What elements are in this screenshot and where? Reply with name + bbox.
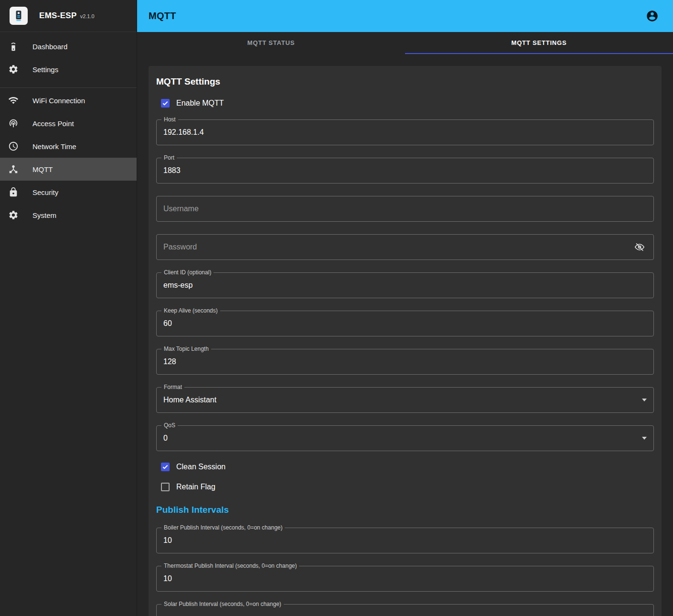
lock-icon bbox=[8, 186, 19, 198]
sidebar-item-security[interactable]: Security bbox=[0, 181, 137, 204]
sidebar-item-network-time[interactable]: Network Time bbox=[0, 135, 137, 158]
sidebar-item-label: MQTT bbox=[32, 165, 53, 173]
checkbox-label: Enable MQTT bbox=[176, 99, 224, 108]
sidebar-item-label: Settings bbox=[32, 65, 58, 74]
field-label: Thermostat Publish Interval (seconds, 0=… bbox=[161, 562, 299, 569]
field-label: Host bbox=[161, 116, 178, 123]
password-field[interactable]: Password bbox=[156, 234, 654, 260]
sidebar: EMS-ESP v2.1.0 Dashboard bbox=[0, 0, 137, 616]
sidebar-item-label: Network Time bbox=[32, 142, 76, 151]
field-label: Max Topic Length bbox=[161, 346, 211, 352]
tab-mqtt-status[interactable]: MQTT STATUS bbox=[137, 32, 405, 54]
field-label: Port bbox=[161, 154, 177, 161]
field-value: ems-esp bbox=[163, 281, 192, 290]
field-value: 10 bbox=[163, 536, 172, 545]
field-value: 60 bbox=[163, 319, 172, 328]
mqtt-settings-card: MQTT Settings Enable MQTT Host 192.168.1… bbox=[149, 66, 662, 616]
app-root: EMS-ESP v2.1.0 Dashboard bbox=[0, 0, 673, 616]
sidebar-header: EMS-ESP v2.1.0 bbox=[0, 0, 137, 32]
field-label: Keep Alive (seconds) bbox=[161, 307, 220, 314]
sidebar-item-dashboard[interactable]: Dashboard bbox=[0, 35, 137, 58]
content-area: MQTT Settings Enable MQTT Host 192.168.1… bbox=[137, 54, 673, 616]
checkbox-label: Clean Session bbox=[176, 463, 225, 471]
chevron-down-icon bbox=[642, 437, 647, 440]
sidebar-item-label: System bbox=[32, 211, 56, 219]
access-point-icon bbox=[8, 118, 19, 129]
thermostat-publish-interval-field[interactable]: Thermostat Publish Interval (seconds, 0=… bbox=[156, 566, 654, 592]
field-label: Format bbox=[161, 384, 184, 390]
sidebar-item-label: Access Point bbox=[32, 119, 74, 128]
client-id-field[interactable]: Client ID (optional) ems-esp bbox=[156, 272, 654, 298]
sidebar-item-label: WiFi Connection bbox=[32, 97, 85, 105]
clean-session-checkbox[interactable]: Clean Session bbox=[156, 457, 654, 477]
sidebar-item-label: Dashboard bbox=[32, 43, 67, 51]
sidebar-item-mqtt[interactable]: MQTT bbox=[0, 158, 137, 181]
field-value: 1883 bbox=[163, 166, 181, 175]
tab-mqtt-settings[interactable]: MQTT SETTINGS bbox=[405, 32, 673, 54]
publish-intervals-heading: Publish Intervals bbox=[156, 505, 654, 515]
keep-alive-field[interactable]: Keep Alive (seconds) 60 bbox=[156, 311, 654, 336]
checkbox-label: Retain Flag bbox=[176, 483, 215, 491]
dashboard-icon bbox=[8, 41, 19, 52]
field-value: Home Assistant bbox=[163, 396, 216, 404]
sidebar-item-settings[interactable]: Settings bbox=[0, 58, 137, 81]
sidebar-item-access-point[interactable]: Access Point bbox=[0, 112, 137, 135]
device-hub-icon bbox=[8, 163, 19, 175]
settings-gear-icon bbox=[8, 64, 19, 75]
ems-esp-logo bbox=[10, 7, 28, 25]
brand-name: EMS-ESP bbox=[39, 11, 77, 21]
field-value: 0 bbox=[163, 434, 168, 443]
field-placeholder: Username bbox=[163, 205, 199, 213]
system-gear-icon bbox=[8, 209, 19, 221]
retain-flag-checkbox[interactable]: Retain Flag bbox=[156, 477, 654, 497]
page-title: MQTT bbox=[149, 11, 176, 22]
qos-select[interactable]: QoS 0 bbox=[156, 425, 654, 451]
sidebar-item-label: Security bbox=[32, 188, 58, 196]
tab-bar: MQTT STATUS MQTT SETTINGS bbox=[137, 32, 673, 54]
field-value: 128 bbox=[163, 357, 176, 366]
main-area: MQTT MQTT STATUS MQTT SETTINGS MQTT Sett… bbox=[137, 0, 673, 616]
max-topic-length-field[interactable]: Max Topic Length 128 bbox=[156, 349, 654, 375]
sidebar-divider bbox=[0, 87, 137, 88]
sidebar-item-wifi-connection[interactable]: WiFi Connection bbox=[0, 89, 137, 112]
enable-mqtt-checkbox[interactable]: Enable MQTT bbox=[156, 94, 654, 113]
field-placeholder: Password bbox=[163, 243, 197, 251]
card-heading: MQTT Settings bbox=[156, 76, 654, 87]
field-label: Solar Publish Interval (seconds, 0=on ch… bbox=[161, 601, 284, 607]
wifi-icon bbox=[8, 95, 19, 106]
field-label: Boiler Publish Interval (seconds, 0=on c… bbox=[161, 524, 285, 531]
boiler-device-icon bbox=[12, 10, 25, 22]
chevron-down-icon bbox=[642, 399, 647, 401]
app-version: v2.1.0 bbox=[80, 13, 95, 19]
session-checkboxes: Clean Session Retain Flag bbox=[156, 457, 654, 497]
field-value: 10 bbox=[163, 574, 172, 583]
boiler-publish-interval-field[interactable]: Boiler Publish Interval (seconds, 0=on c… bbox=[156, 528, 654, 553]
field-value: 192.168.1.4 bbox=[163, 128, 204, 137]
port-field[interactable]: Port 1883 bbox=[156, 158, 654, 184]
account-circle-icon[interactable] bbox=[642, 7, 662, 26]
host-field[interactable]: Host 192.168.1.4 bbox=[156, 119, 654, 145]
sidebar-item-system[interactable]: System bbox=[0, 204, 137, 227]
visibility-off-icon[interactable] bbox=[632, 240, 647, 254]
checkbox-checked-icon bbox=[161, 99, 170, 108]
checkbox-unchecked-icon bbox=[161, 483, 170, 491]
username-field[interactable]: Username bbox=[156, 196, 654, 222]
format-select[interactable]: Format Home Assistant bbox=[156, 387, 654, 413]
sidebar-nav: Dashboard Settings WiFi Connection bbox=[0, 32, 137, 227]
solar-publish-interval-field[interactable]: Solar Publish Interval (seconds, 0=on ch… bbox=[156, 604, 654, 616]
appbar: MQTT bbox=[137, 0, 673, 32]
checkbox-checked-icon bbox=[161, 463, 170, 471]
clock-icon bbox=[8, 140, 19, 152]
field-label: QoS bbox=[161, 422, 178, 429]
field-label: Client ID (optional) bbox=[161, 269, 214, 276]
